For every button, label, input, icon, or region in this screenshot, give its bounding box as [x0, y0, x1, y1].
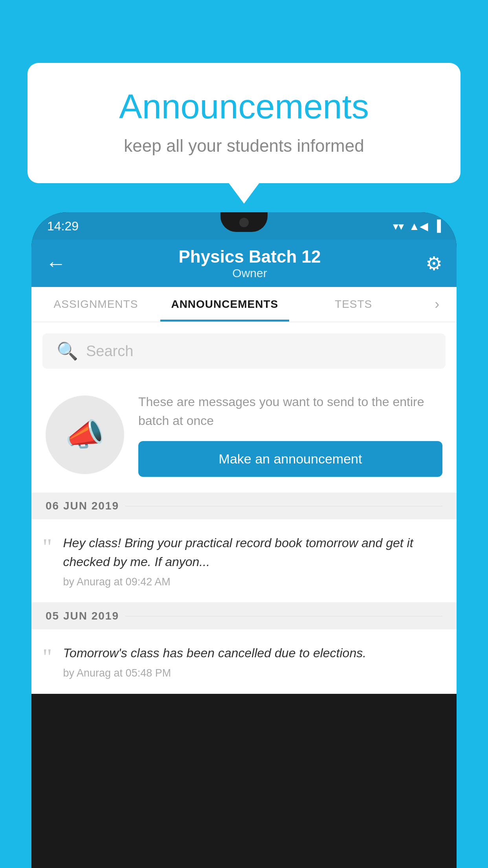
- date-line-1: [125, 506, 442, 506]
- wifi-icon: ▾▾: [393, 220, 404, 233]
- content-area: 🔍 Search 📣 These are messages you want t…: [31, 322, 457, 694]
- phone-notch: [220, 212, 268, 232]
- phone-frame: 14:29 ▾▾ ▲◀ ▐ ← Physics Batch 12 Owner ⚙…: [31, 212, 457, 868]
- megaphone-icon: 📣: [65, 416, 105, 453]
- announcement-meta-2: by Anurag at 05:48 PM: [63, 667, 443, 679]
- promo-section: 📣 These are messages you want to send to…: [31, 377, 457, 493]
- speech-bubble-section: Announcements keep all your students inf…: [28, 63, 460, 183]
- settings-icon[interactable]: ⚙: [426, 252, 442, 274]
- date-line-2: [125, 616, 442, 616]
- status-time: 14:29: [47, 219, 79, 234]
- tab-announcements[interactable]: ANNOUNCEMENTS: [160, 287, 289, 322]
- promo-icon-circle: 📣: [46, 395, 124, 474]
- search-bar[interactable]: 🔍 Search: [42, 333, 446, 369]
- search-icon: 🔍: [57, 341, 78, 361]
- back-button[interactable]: ←: [46, 252, 66, 275]
- date-label-2: 05 JUN 2019: [46, 610, 119, 622]
- camera-dot: [239, 218, 249, 227]
- tab-tests[interactable]: TESTS: [289, 287, 418, 322]
- announcements-title: Announcements: [59, 86, 429, 127]
- tabs-container: ASSIGNMENTS ANNOUNCEMENTS TESTS ›: [31, 287, 457, 322]
- speech-bubble-card: Announcements keep all your students inf…: [28, 63, 460, 183]
- date-divider-1: 06 JUN 2019: [31, 493, 457, 519]
- battery-icon: ▐: [433, 220, 441, 232]
- announcement-text-2: Tomorrow's class has been cancelled due …: [63, 644, 443, 662]
- date-divider-2: 05 JUN 2019: [31, 603, 457, 629]
- promo-text-area: These are messages you want to send to t…: [138, 392, 442, 477]
- announcements-subtitle: keep all your students informed: [59, 136, 429, 156]
- announcement-content-1: Hey class! Bring your practical record b…: [63, 533, 443, 588]
- quote-icon-1: ": [42, 535, 52, 559]
- quote-icon-2: ": [42, 645, 52, 669]
- announcement-content-2: Tomorrow's class has been cancelled due …: [63, 644, 443, 679]
- signal-icon: ▲◀: [409, 220, 428, 233]
- app-bar: ← Physics Batch 12 Owner ⚙: [31, 240, 457, 287]
- status-bar: 14:29 ▾▾ ▲◀ ▐: [31, 212, 457, 240]
- search-placeholder: Search: [86, 343, 133, 360]
- app-bar-title-area: Physics Batch 12 Owner: [74, 247, 426, 280]
- status-icons: ▾▾ ▲◀ ▐: [393, 220, 441, 233]
- announcement-meta-1: by Anurag at 09:42 AM: [63, 576, 443, 588]
- app-bar-title: Physics Batch 12: [74, 247, 426, 267]
- tab-more[interactable]: ›: [418, 287, 457, 322]
- app-bar-subtitle: Owner: [74, 267, 426, 280]
- tab-assignments[interactable]: ASSIGNMENTS: [31, 287, 160, 322]
- date-label-1: 06 JUN 2019: [46, 500, 119, 512]
- announcement-text-1: Hey class! Bring your practical record b…: [63, 533, 443, 571]
- make-announcement-button[interactable]: Make an announcement: [138, 441, 442, 477]
- promo-description: These are messages you want to send to t…: [138, 392, 442, 430]
- announcement-item-1[interactable]: " Hey class! Bring your practical record…: [31, 519, 457, 603]
- announcement-item-2[interactable]: " Tomorrow's class has been cancelled du…: [31, 629, 457, 694]
